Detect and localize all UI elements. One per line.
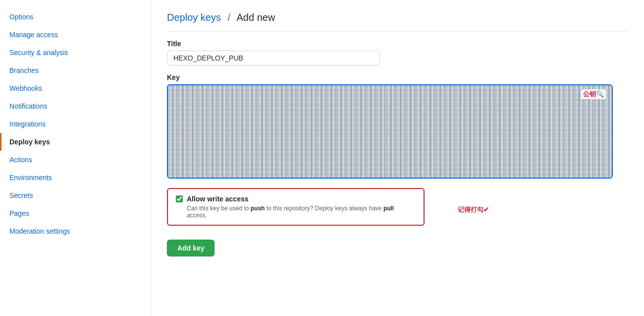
sidebar-item-security-analysis[interactable]: Security & analysis (0, 44, 151, 62)
sidebar-item-notifications[interactable]: Notifications (0, 97, 151, 115)
key-annotation: 公钥🔍 (581, 89, 606, 99)
title-group: Title (167, 40, 628, 65)
write-access-pull: pull (383, 205, 394, 212)
sidebar-item-deploy-keys[interactable]: Deploy keys (0, 133, 151, 151)
title-input[interactable] (167, 51, 380, 65)
main-content: Deploy keys / Add new Title Key 公钥🔍 Allo… (151, 0, 644, 316)
write-access-row: Allow write access (176, 195, 416, 203)
key-pixelated-bg (168, 85, 612, 178)
sidebar: OptionsManage accessSecurity & analysisB… (0, 0, 151, 316)
breadcrumb-current: Add new (237, 12, 275, 23)
write-access-push: push (251, 205, 265, 212)
write-access-desc-post: to this repository? Deploy keys always h… (265, 205, 383, 212)
write-access-label[interactable]: Allow write access (187, 195, 249, 203)
write-access-desc-pre: Can this key be used to (187, 205, 251, 212)
write-access-checkbox[interactable] (176, 195, 183, 202)
breadcrumb-separator: / (228, 12, 231, 23)
write-access-description: Can this key be used to push to this rep… (187, 205, 416, 219)
sidebar-item-actions[interactable]: Actions (0, 151, 151, 169)
breadcrumb-link[interactable]: Deploy keys (167, 12, 221, 23)
write-access-desc-end: access. (187, 212, 207, 219)
write-access-section: Allow write access Can this key be used … (167, 188, 425, 226)
sidebar-item-moderation-settings[interactable]: Moderation settings (0, 222, 151, 240)
sidebar-item-secrets[interactable]: Secrets (0, 187, 151, 204)
sidebar-item-manage-access[interactable]: Manage access (0, 26, 151, 44)
sidebar-item-integrations[interactable]: Integrations (0, 115, 151, 133)
key-textarea-wrapper[interactable]: 公钥🔍 (167, 84, 613, 179)
sidebar-item-branches[interactable]: Branches (0, 62, 151, 79)
sidebar-item-webhooks[interactable]: Webhooks (0, 79, 151, 97)
sidebar-item-environments[interactable]: Environments (0, 169, 151, 187)
key-label: Key (167, 73, 628, 81)
key-group: Key 公钥🔍 (167, 73, 628, 180)
sidebar-item-pages[interactable]: Pages (0, 204, 151, 222)
add-key-button[interactable]: Add key (167, 240, 215, 256)
write-access-annotation: 记得打勾✔ (458, 205, 489, 214)
title-label: Title (167, 40, 628, 48)
breadcrumb: Deploy keys / Add new (167, 12, 628, 32)
sidebar-item-options[interactable]: Options (0, 8, 151, 26)
